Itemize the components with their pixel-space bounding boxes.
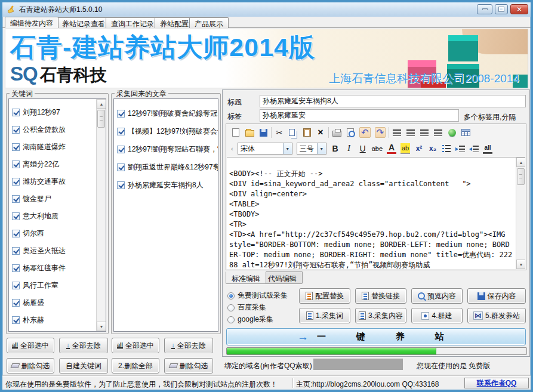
checkbox-checked-icon[interactable] <box>12 247 20 255</box>
title-input[interactable] <box>260 95 526 107</box>
print-icon[interactable] <box>332 127 341 138</box>
collect-content-button[interactable]: 3.采集内容 <box>355 308 406 323</box>
scroll-thumb[interactable] <box>517 168 525 185</box>
radio-free-trial-collect[interactable]: 免费测试版采集 <box>227 291 288 301</box>
strikethrough-icon[interactable]: abe <box>372 143 383 154</box>
checkbox-checked-icon[interactable] <box>12 195 20 203</box>
hyperlink-globe-icon[interactable] <box>447 127 457 138</box>
tab-site-config[interactable]: 养站配置 <box>155 17 194 28</box>
indent-icon[interactable] <box>455 143 465 154</box>
delete-icon[interactable]: × <box>316 127 325 138</box>
keyword-item[interactable]: 风行工作室 <box>12 279 58 291</box>
mass-build-button[interactable]: 4.群建 <box>411 308 463 323</box>
align-justify-icon[interactable] <box>392 127 402 138</box>
checkbox-checked-icon[interactable] <box>12 109 20 116</box>
checkbox-checked-icon[interactable] <box>12 316 20 324</box>
checkbox-checked-icon[interactable] <box>117 146 125 153</box>
collect-words-button[interactable]: 1.采集词 <box>299 308 350 323</box>
keyword-item[interactable]: 朴东赫 <box>12 314 44 326</box>
preview-content-button[interactable]: 预览内容 <box>411 288 463 304</box>
checkbox-checked-icon[interactable] <box>12 126 20 134</box>
tab-edit-pending[interactable]: 编辑待发内容 <box>5 17 58 28</box>
close-button[interactable]: ✕ <box>510 4 528 14</box>
keyword-item[interactable]: 潍坊交通事故 <box>12 175 66 187</box>
checkbox-checked-icon[interactable] <box>12 143 20 151</box>
save-content-button[interactable]: 保存内容 <box>467 288 526 304</box>
subscript-icon[interactable]: x₂ <box>428 143 438 154</box>
scroll-thumb[interactable] <box>97 110 105 128</box>
keyword-item[interactable]: 公积金贷款放 <box>12 124 66 135</box>
keyword-item[interactable]: 刘翔12秒97 <box>12 106 60 118</box>
article-item[interactable]: 劉翔重返世界巔峰&12秒97奪冠 <box>117 161 218 173</box>
save-icon[interactable] <box>258 127 268 138</box>
keyword-item[interactable]: 杨雁盛 <box>12 297 44 308</box>
maximize-button[interactable] <box>495 4 508 14</box>
font-size-select[interactable]: 三号 ▼ <box>297 143 326 155</box>
contact-author-button[interactable]: 联系作者QQ <box>464 378 529 388</box>
keyword-item[interactable]: 离婚分22亿 <box>12 158 59 170</box>
new-document-icon[interactable] <box>231 127 241 138</box>
paste-icon[interactable] <box>302 127 312 138</box>
code-scrollbar[interactable]: ▲ ▼ <box>516 158 525 269</box>
checkbox-checked-icon[interactable] <box>12 178 20 186</box>
align-right-icon[interactable] <box>433 127 443 138</box>
outdent-icon[interactable] <box>469 143 479 154</box>
tab-work-records[interactable]: 查询工作记录 <box>106 17 159 28</box>
articles-deselect-all-button[interactable]: ↓全部去除 <box>164 338 213 353</box>
one-key-build-button[interactable]: → 一 键 养 站 <box>226 328 526 345</box>
keywords-deselect-all-button[interactable]: ↓全部去除 <box>59 338 108 353</box>
checkbox-checked-icon[interactable] <box>117 181 125 189</box>
checkbox-checked-icon[interactable] <box>117 163 125 171</box>
align-center-icon[interactable] <box>420 127 429 138</box>
radio-baidu-collect[interactable]: 百度采集 <box>227 303 266 313</box>
scroll-up-icon[interactable]: ▲ <box>516 158 525 167</box>
article-item[interactable]: 12秒97!劉翔奪冠鉆石聯賽，“ <box>117 143 218 155</box>
align-left-icon[interactable] <box>406 127 415 138</box>
checkbox-checked-icon[interactable] <box>12 212 20 220</box>
radio-google-collect[interactable]: google采集 <box>227 314 273 325</box>
code-editor[interactable]: <BODY><!-- 正文开始 --> <DIV id=sina_keyword… <box>227 157 525 269</box>
checkbox-checked-icon[interactable] <box>12 264 20 272</box>
scroll-down-icon[interactable]: ▼ <box>97 322 106 331</box>
toolbar-overflow-icon[interactable]: ‹ <box>231 145 233 152</box>
undo-icon[interactable]: ↶ <box>359 127 371 138</box>
superscript-icon[interactable]: x² <box>414 143 424 154</box>
scroll-up-icon[interactable]: ▲ <box>97 99 106 109</box>
title-bar[interactable]: 石青建站养站大师1.5.0.10 ✕ <box>2 2 531 17</box>
cut-icon[interactable]: ✂ <box>275 127 284 138</box>
article-item[interactable]: 孙杨累瘫延安车祸拘8人 <box>117 179 218 191</box>
tag-input[interactable] <box>260 109 459 122</box>
checkbox-checked-icon[interactable] <box>12 299 20 307</box>
numbered-list-icon[interactable] <box>442 143 451 154</box>
mass-post-button[interactable]: ⋈5.群发养站 <box>467 308 526 323</box>
articles-select-all-button[interactable]: all全部选中 <box>112 338 159 353</box>
checkbox-checked-icon[interactable] <box>12 282 20 289</box>
checkbox-checked-icon[interactable] <box>117 128 125 135</box>
keyword-item[interactable]: 意大利地震 <box>12 210 58 222</box>
checkbox-checked-icon[interactable] <box>117 110 125 118</box>
keyword-item[interactable]: 杨幂红毯事件 <box>12 262 66 274</box>
keyword-item[interactable]: 镀金婴尸 <box>12 193 51 205</box>
select-all-icon[interactable]: all <box>483 143 492 154</box>
tab-standard-edit[interactable]: 标准编辑 <box>226 271 266 284</box>
checkbox-checked-icon[interactable] <box>12 230 20 237</box>
open-folder-icon[interactable] <box>245 127 254 138</box>
article-item[interactable]: 【视频】12秒97!刘翔破赛会记 <box>117 125 218 137</box>
keyword-item[interactable]: 湖南隧道爆炸 <box>12 141 66 153</box>
bold-icon[interactable]: B <box>331 143 340 154</box>
insert-table-icon[interactable] <box>461 127 470 138</box>
keywords-scrollbar[interactable]: ▲ ▼ <box>96 99 106 331</box>
domain-value-box[interactable] <box>313 359 403 370</box>
font-family-select[interactable]: 宋体 ▼ <box>238 143 292 155</box>
keywords-select-all-button[interactable]: all全部选中 <box>7 338 54 353</box>
keyword-item[interactable]: 奥运圣火抵达 <box>12 245 66 257</box>
minimize-button[interactable] <box>477 4 492 14</box>
configure-replace-button[interactable]: 配置替换 <box>299 288 350 304</box>
tab-code-edit[interactable]: 代码编辑 <box>262 271 303 284</box>
checkbox-checked-icon[interactable] <box>12 160 20 168</box>
italic-icon[interactable]: I <box>344 143 354 154</box>
highlight-icon[interactable]: ab <box>400 143 410 154</box>
copy-icon[interactable] <box>288 127 298 138</box>
font-color-icon[interactable]: A <box>387 143 396 154</box>
underline-icon[interactable]: U <box>358 143 368 154</box>
